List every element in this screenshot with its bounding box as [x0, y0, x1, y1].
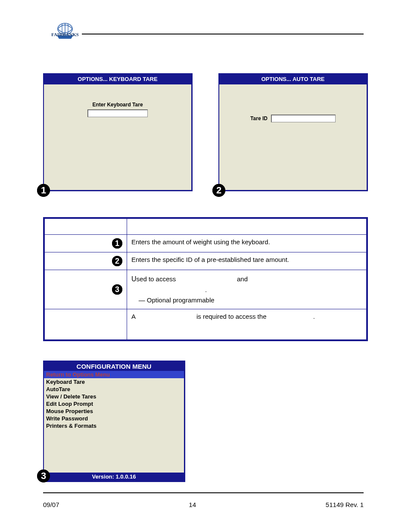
footer-page-number: 14: [189, 501, 196, 508]
row-badge-1: 1: [112, 238, 122, 249]
config-menu-list: Return to Options Menu Keyboard Tare Aut…: [44, 371, 184, 429]
config-item-mouse-properties[interactable]: Mouse Properties: [44, 408, 184, 415]
header-rule: [82, 34, 364, 34]
panel-title-keyboard-tare: OPTIONS... KEYBOARD TARE: [44, 75, 191, 84]
footer-doc-rev: 51149 Rev. 1: [326, 501, 364, 508]
description-table: 1 Enters the amount of weight using the …: [43, 217, 368, 341]
row-badge-3: 3: [112, 284, 122, 295]
row-text-3: Used to access and . — Optional programm…: [127, 270, 367, 309]
label-tare-id: Tare ID: [250, 115, 268, 121]
callout-badge-3: 3: [37, 470, 50, 482]
config-item-printers-formats[interactable]: Printers & Formats: [44, 422, 184, 429]
row-text-1: Enters the amount of weight using the ke…: [127, 235, 367, 252]
input-keyboard-tare[interactable]: [87, 109, 148, 117]
config-item-keyboard-tare[interactable]: Keyboard Tare: [44, 378, 184, 386]
footer-date: 09/07: [43, 501, 59, 508]
callout-badge-1: 1: [37, 184, 50, 197]
config-item-write-password[interactable]: Write Password: [44, 415, 184, 422]
row-text-4: A is required to access the .: [127, 309, 367, 339]
config-item-autotare[interactable]: AutoTare: [44, 386, 184, 393]
config-version: Version: 1.0.0.16: [44, 473, 184, 481]
table-row: A is required to access the .: [45, 309, 367, 339]
table-row: 3 Used to access and . — Optional progra…: [45, 270, 367, 309]
row-badge-2: 2: [112, 256, 122, 266]
table-row: 1 Enters the amount of weight using the …: [45, 235, 367, 252]
input-tare-id[interactable]: [271, 115, 336, 122]
label-enter-keyboard-tare: Enter Keyboard Tare: [57, 102, 178, 108]
page-footer: 09/07 14 51149 Rev. 1: [43, 501, 364, 508]
table-row: 2 Enters the specific ID of a pre-establ…: [45, 252, 367, 270]
config-item-return[interactable]: Return to Options Menu: [44, 371, 184, 378]
footer-rule: [43, 492, 364, 493]
brand-logo: FAIRBANKS: [52, 22, 78, 43]
callout-badge-2: 2: [212, 184, 225, 197]
panel-title-auto-tare: OPTIONS... AUTO TARE: [219, 75, 367, 84]
logo-text: FAIRBANKS: [52, 32, 78, 37]
config-menu-title: CONFIGURATION MENU: [44, 362, 184, 371]
row-text-2: Enters the specific ID of a pre-establis…: [127, 252, 367, 270]
panel-keyboard-tare: OPTIONS... KEYBOARD TARE Enter Keyboard …: [43, 73, 193, 191]
config-menu-panel: CONFIGURATION MENU Return to Options Men…: [43, 361, 185, 482]
config-item-view-delete-tares[interactable]: View / Delete Tares: [44, 393, 184, 400]
config-item-edit-loop-prompt[interactable]: Edit Loop Prompt: [44, 400, 184, 408]
panel-auto-tare: OPTIONS... AUTO TARE Tare ID 2: [218, 73, 368, 191]
